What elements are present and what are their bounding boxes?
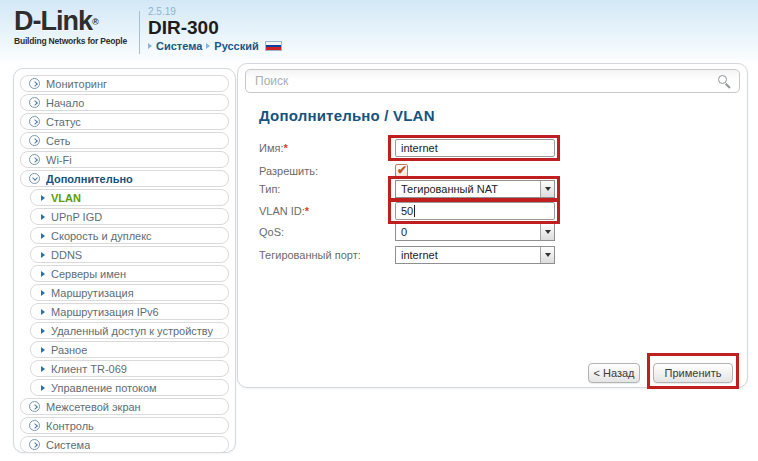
qos-select[interactable]: 0 [395, 223, 555, 241]
sidebar-item-label: Управление потоком [51, 382, 157, 394]
arrow-right-icon [41, 214, 45, 220]
name-input[interactable] [395, 139, 555, 157]
expand-circle-icon [29, 78, 40, 89]
chevron-down-icon [545, 187, 551, 191]
qos-select-value: 0 [396, 224, 540, 240]
arrow-right-icon [41, 347, 45, 353]
sidebar-item-label: Серверы имен [51, 268, 126, 280]
enable-checkbox-checked[interactable] [395, 164, 408, 177]
sidebar-item-start[interactable]: Начало [20, 94, 229, 111]
search-icon[interactable] [718, 75, 727, 84]
sidebar-item-advanced[interactable]: Дополнительно [20, 170, 229, 187]
search-input[interactable] [246, 70, 739, 92]
type-select[interactable]: Тегированный NAT [395, 180, 555, 198]
sidebar-item-label: Контроль [46, 420, 94, 432]
collapse-circle-icon [29, 173, 40, 184]
sidebar-item-label: Начало [46, 97, 84, 109]
sidebar-item-firewall[interactable]: Межсетевой экран [20, 398, 229, 415]
arrow-right-icon [41, 366, 45, 372]
dropdown-button[interactable] [540, 247, 554, 263]
apply-button[interactable]: Применить [653, 363, 733, 383]
chevron-down-icon [545, 230, 551, 234]
expand-circle-icon [29, 439, 40, 450]
sidebar-item-control[interactable]: Контроль [20, 417, 229, 434]
arrow-right-icon [41, 290, 45, 296]
expand-circle-icon [29, 135, 40, 146]
sidebar-item-label: Разное [51, 344, 87, 356]
firmware-version: 2.5.19 [148, 6, 282, 17]
sidebar-item-tr069-client[interactable]: Клиент TR-069 [30, 360, 229, 377]
sidebar-item-routing-ipv6[interactable]: Маршрутизация IPv6 [30, 303, 229, 320]
logo-tagline: Building Networks for People [14, 36, 136, 46]
arrow-right-icon [41, 328, 45, 334]
chevron-down-icon [545, 253, 551, 257]
sidebar-item-ddns[interactable]: DDNS [30, 246, 229, 263]
model-name: DIR-300 [148, 17, 282, 38]
sidebar-item-upnp-igd[interactable]: UPnP IGD [30, 208, 229, 225]
sidebar-item-label: Скорость и дуплекс [51, 230, 152, 242]
dlink-logo: D-Link® Building Networks for People [14, 7, 136, 46]
registered-mark-icon: ® [92, 17, 98, 27]
breadcrumb-language-link[interactable]: Русский [214, 40, 258, 52]
sidebar-item-label: Статус [46, 116, 81, 128]
sidebar-item-monitoring[interactable]: Мониторинг [20, 75, 229, 92]
name-field-label: Имя:* [259, 142, 288, 154]
label-text: Имя: [259, 142, 283, 154]
arrow-right-icon [41, 385, 45, 391]
required-asterisk: * [305, 205, 309, 217]
expand-circle-icon [29, 116, 40, 127]
sidebar-item-system[interactable]: Система [20, 436, 229, 453]
sidebar-item-label: Удаленный доступ к устройству [51, 325, 213, 337]
sidebar-item-label: Wi-Fi [46, 154, 72, 166]
sidebar-item-label: Маршрутизация IPv6 [51, 306, 159, 318]
dropdown-button[interactable] [540, 224, 554, 240]
sidebar-item-wifi[interactable]: Wi-Fi [20, 151, 229, 168]
type-field-label: Тип: [259, 183, 280, 195]
sidebar-item-remote-access[interactable]: Удаленный доступ к устройству [30, 322, 229, 339]
vlanid-input[interactable] [395, 202, 555, 220]
enable-field-label: Разрешить: [259, 165, 318, 177]
page-title: Дополнительно / VLAN [259, 107, 435, 124]
sidebar-item-label: Система [46, 439, 90, 451]
sidebar-item-label: Маршрутизация [51, 287, 134, 299]
sidebar-nav: Мониторинг Начало Статус Сеть Wi-Fi Допо… [13, 68, 236, 453]
tagged-port-select[interactable]: internet [395, 246, 555, 264]
breadcrumb: Система Русский [148, 40, 282, 52]
expand-circle-icon [29, 97, 40, 108]
sidebar-item-routing[interactable]: Маршрутизация [30, 284, 229, 301]
sidebar-item-misc[interactable]: Разное [30, 341, 229, 358]
arrow-right-icon [41, 233, 45, 239]
sidebar-item-vlan[interactable]: VLAN [30, 189, 229, 206]
arrow-right-icon [41, 195, 45, 201]
back-button[interactable]: < Назад [588, 363, 640, 383]
sidebar-item-network[interactable]: Сеть [20, 132, 229, 149]
sidebar-item-flow-control[interactable]: Управление потоком [30, 379, 229, 396]
text-caret [414, 205, 415, 217]
expand-circle-icon [29, 401, 40, 412]
arrow-right-icon [41, 252, 45, 258]
dlink-logo-text: D-Link® [14, 7, 136, 35]
expand-circle-icon [29, 420, 40, 431]
breadcrumb-system-link[interactable]: Система [156, 40, 202, 52]
tagged-port-select-value: internet [396, 247, 540, 263]
expand-circle-icon [29, 154, 40, 165]
sidebar-item-label: Межсетевой экран [46, 401, 141, 413]
search-box [245, 69, 740, 93]
sidebar-item-label: UPnP IGD [51, 211, 102, 223]
sidebar-item-status[interactable]: Статус [20, 113, 229, 130]
logo-wordmark: D-Link [14, 6, 92, 36]
arrow-right-icon [41, 309, 45, 315]
sidebar-item-speed-duplex[interactable]: Скорость и дуплекс [30, 227, 229, 244]
dropdown-button[interactable] [540, 181, 554, 197]
type-select-value: Тегированный NAT [396, 181, 540, 197]
header: D-Link® Building Networks for People 2.5… [0, 0, 758, 63]
qos-field-label: QoS: [259, 226, 284, 238]
sidebar-item-name-servers[interactable]: Серверы имен [30, 265, 229, 282]
sidebar-item-label: Дополнительно [46, 173, 133, 185]
tagged-port-field-label: Тегированный порт: [259, 249, 361, 261]
russia-flag-icon[interactable] [265, 41, 282, 51]
vlanid-field-label: VLAN ID:* [259, 205, 309, 217]
arrow-right-icon [41, 271, 45, 277]
main-panel: Дополнительно / VLAN Имя:* Разрешить: Ти… [237, 63, 748, 388]
label-text: VLAN ID: [259, 205, 305, 217]
